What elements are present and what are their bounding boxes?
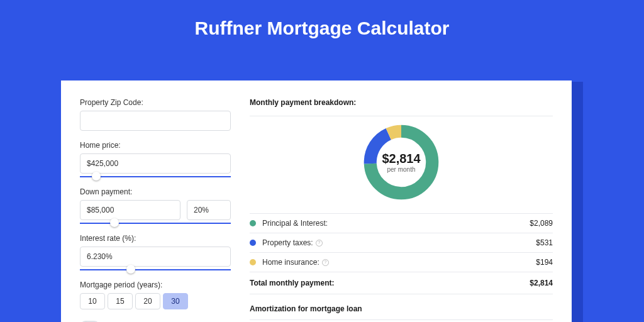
breakdown-label: Home insurance:?	[262, 258, 536, 267]
zip-field-block: Property Zip Code:	[80, 98, 231, 131]
down-slider[interactable]	[80, 223, 231, 224]
breakdown-row: Principal & Interest:$2,089	[250, 214, 553, 233]
rate-label: Interest rate (%):	[80, 234, 231, 243]
rate-slider-thumb[interactable]	[126, 265, 135, 274]
home-price-slider[interactable]	[80, 176, 231, 177]
zip-label: Property Zip Code:	[80, 98, 231, 107]
breakdown-label: Principal & Interest:	[262, 219, 530, 228]
period-block: Mortgage period (years): 10152030	[80, 280, 231, 309]
breakdown-label: Property taxes:?	[262, 238, 536, 247]
period-btn-10[interactable]: 10	[80, 293, 105, 309]
divider	[250, 116, 553, 116]
breakdown-column: Monthly payment breakdown: $2,814 per mo…	[250, 98, 553, 322]
legend-dot	[250, 259, 256, 265]
donut-center: $2,814 per month	[360, 121, 442, 203]
legend-dot	[250, 220, 256, 226]
zip-input[interactable]	[80, 111, 231, 131]
period-row: 10152030	[80, 293, 231, 309]
down-payment-label: Down payment:	[80, 187, 231, 196]
rate-input[interactable]	[80, 247, 231, 267]
rate-slider[interactable]	[80, 269, 231, 270]
down-amount-input[interactable]	[80, 200, 180, 220]
down-slider-thumb[interactable]	[110, 218, 119, 227]
total-row: Total monthly payment: $2,814	[250, 272, 553, 294]
breakdown-row: Property taxes:?$531	[250, 233, 553, 252]
amort-title: Amortization for mortgage loan	[250, 304, 553, 313]
calculator-card: Property Zip Code: Home price: Down paym…	[61, 80, 572, 322]
rate-block: Interest rate (%):	[80, 234, 231, 270]
period-btn-30[interactable]: 30	[163, 293, 188, 309]
breakdown-title: Monthly payment breakdown:	[250, 98, 553, 107]
form-column: Property Zip Code: Home price: Down paym…	[80, 98, 231, 322]
down-pct-input[interactable]	[187, 200, 231, 220]
breakdown-row: Home insurance:?$194	[250, 253, 553, 272]
down-payment-block: Down payment:	[80, 187, 231, 224]
breakdown-value: $194	[536, 258, 553, 267]
page-title: Ruffner Mortgage Calculator	[0, 18, 644, 39]
divider	[250, 294, 553, 294]
donut-sub: per month	[387, 166, 415, 173]
donut-wrap: $2,814 per month	[250, 121, 553, 203]
total-label: Total monthly payment:	[250, 279, 334, 287]
legend-dot	[250, 240, 256, 246]
period-label: Mortgage period (years):	[80, 280, 231, 289]
info-icon[interactable]: ?	[322, 259, 329, 266]
period-btn-20[interactable]: 20	[135, 293, 160, 309]
home-price-label: Home price:	[80, 141, 231, 150]
info-icon[interactable]: ?	[316, 240, 323, 247]
divider	[250, 319, 553, 320]
home-price-input[interactable]	[80, 153, 231, 174]
breakdown-value: $531	[536, 238, 553, 247]
period-btn-15[interactable]: 15	[108, 293, 133, 309]
donut-chart: $2,814 per month	[360, 121, 442, 203]
home-price-slider-thumb[interactable]	[92, 172, 101, 180]
donut-amount: $2,814	[382, 152, 420, 166]
total-value: $2,814	[530, 279, 553, 287]
breakdown-value: $2,089	[530, 219, 553, 228]
home-price-block: Home price:	[80, 141, 231, 177]
